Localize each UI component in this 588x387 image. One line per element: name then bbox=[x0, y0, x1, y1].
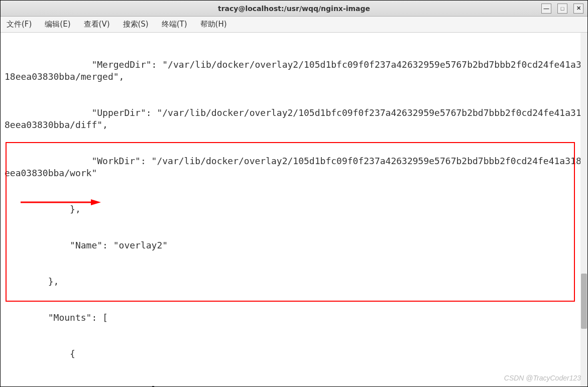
maximize-button[interactable]: □ bbox=[557, 4, 567, 14]
terminal-line: }, bbox=[5, 276, 583, 288]
minimize-button[interactable]: — bbox=[541, 4, 551, 14]
menu-edit[interactable]: 编辑(E) bbox=[43, 19, 72, 30]
vertical-scrollbar[interactable] bbox=[580, 33, 587, 386]
menu-file[interactable]: 文件(F) bbox=[5, 19, 34, 30]
menu-search[interactable]: 搜索(S) bbox=[121, 19, 151, 30]
menu-help[interactable]: 帮助(H) bbox=[198, 19, 229, 30]
terminal-line: }, bbox=[5, 203, 583, 215]
terminal-line: "Mounts": [ bbox=[5, 312, 583, 324]
terminal-window: tracy@localhost:/usr/wqq/nginx-image — □… bbox=[0, 0, 588, 387]
terminal-line: "MergedDir": "/var/lib/docker/overlay2/1… bbox=[5, 59, 583, 83]
close-button[interactable]: ✕ bbox=[573, 4, 583, 14]
menu-view[interactable]: 查看(V) bbox=[82, 19, 112, 30]
menu-terminal[interactable]: 终端(T) bbox=[160, 19, 189, 30]
terminal-line: "WorkDir": "/var/lib/docker/overlay2/105… bbox=[5, 155, 583, 179]
menubar: 文件(F) 编辑(E) 查看(V) 搜索(S) 终端(T) 帮助(H) bbox=[1, 17, 587, 33]
terminal-line: "Name": "overlay2" bbox=[5, 239, 583, 251]
terminal-line: "Type": "volume", bbox=[5, 384, 583, 386]
terminal-line: "UpperDir": "/var/lib/docker/overlay2/10… bbox=[5, 107, 583, 131]
window-controls: — □ ✕ bbox=[541, 4, 583, 14]
scrollbar-thumb[interactable] bbox=[581, 274, 587, 329]
terminal-output[interactable]: "MergedDir": "/var/lib/docker/overlay2/1… bbox=[1, 33, 587, 386]
terminal-line: { bbox=[5, 348, 583, 360]
window-title: tracy@localhost:/usr/wqq/nginx-image bbox=[218, 5, 370, 13]
titlebar: tracy@localhost:/usr/wqq/nginx-image — □… bbox=[1, 1, 587, 17]
